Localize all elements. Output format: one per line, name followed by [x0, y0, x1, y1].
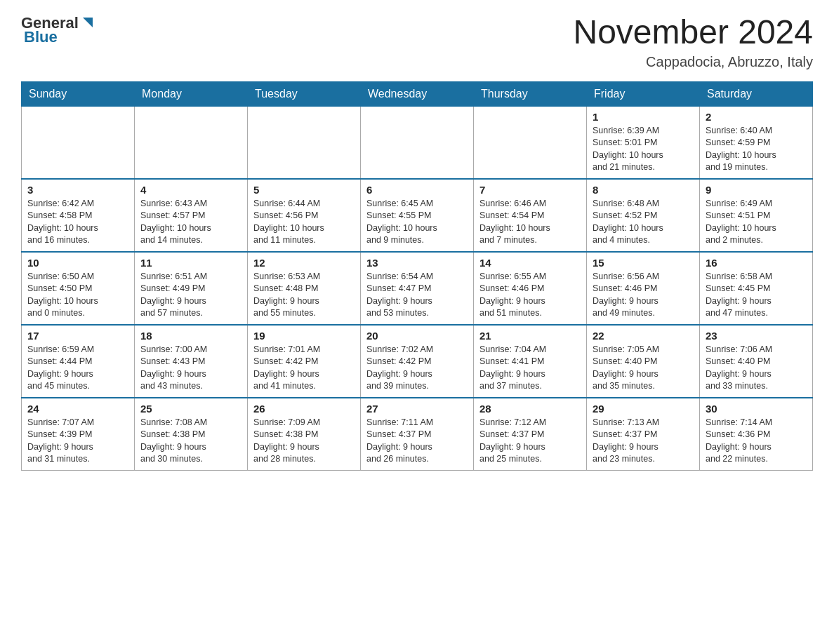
day-cell [135, 106, 248, 179]
day-sun-info: Sunrise: 6:53 AM Sunset: 4:48 PM Dayligh… [253, 271, 355, 320]
day-cell [474, 106, 587, 179]
day-cell: 9Sunrise: 6:49 AM Sunset: 4:51 PM Daylig… [700, 179, 813, 252]
day-sun-info: Sunrise: 6:58 AM Sunset: 4:45 PM Dayligh… [706, 271, 807, 320]
day-cell: 4Sunrise: 6:43 AM Sunset: 4:57 PM Daylig… [135, 179, 248, 252]
day-number: 23 [706, 330, 807, 342]
week-row-2: 3Sunrise: 6:42 AM Sunset: 4:58 PM Daylig… [22, 179, 813, 252]
day-cell: 1Sunrise: 6:39 AM Sunset: 5:01 PM Daylig… [587, 106, 700, 179]
day-cell: 27Sunrise: 7:11 AM Sunset: 4:37 PM Dayli… [361, 398, 474, 471]
day-number: 21 [479, 330, 581, 342]
day-number: 12 [253, 257, 355, 269]
header-sunday: Sunday [22, 81, 135, 106]
day-number: 27 [366, 403, 468, 415]
day-sun-info: Sunrise: 7:08 AM Sunset: 4:38 PM Dayligh… [140, 417, 241, 466]
day-cell: 29Sunrise: 7:13 AM Sunset: 4:37 PM Dayli… [587, 398, 700, 471]
day-sun-info: Sunrise: 6:49 AM Sunset: 4:51 PM Dayligh… [706, 198, 807, 247]
day-cell: 23Sunrise: 7:06 AM Sunset: 4:40 PM Dayli… [700, 325, 813, 398]
weekday-header-row: Sunday Monday Tuesday Wednesday Thursday… [22, 81, 813, 106]
day-number: 2 [706, 111, 807, 123]
day-cell: 11Sunrise: 6:51 AM Sunset: 4:49 PM Dayli… [135, 252, 248, 325]
day-cell: 20Sunrise: 7:02 AM Sunset: 4:42 PM Dayli… [361, 325, 474, 398]
day-cell: 7Sunrise: 6:46 AM Sunset: 4:54 PM Daylig… [474, 179, 587, 252]
day-number: 10 [27, 257, 128, 269]
day-sun-info: Sunrise: 6:51 AM Sunset: 4:49 PM Dayligh… [140, 271, 241, 320]
day-number: 3 [27, 184, 128, 196]
day-cell: 12Sunrise: 6:53 AM Sunset: 4:48 PM Dayli… [248, 252, 361, 325]
day-cell: 24Sunrise: 7:07 AM Sunset: 4:39 PM Dayli… [22, 398, 135, 471]
day-sun-info: Sunrise: 6:56 AM Sunset: 4:46 PM Dayligh… [593, 271, 694, 320]
day-number: 9 [706, 184, 807, 196]
day-cell: 3Sunrise: 6:42 AM Sunset: 4:58 PM Daylig… [22, 179, 135, 252]
day-sun-info: Sunrise: 6:54 AM Sunset: 4:47 PM Dayligh… [366, 271, 468, 320]
day-number: 19 [253, 330, 355, 342]
header-monday: Monday [135, 81, 248, 106]
day-sun-info: Sunrise: 6:42 AM Sunset: 4:58 PM Dayligh… [27, 198, 128, 247]
title-area: November 2024 Cappadocia, Abruzzo, Italy [573, 14, 813, 70]
day-cell [22, 106, 135, 179]
day-number: 28 [479, 403, 581, 415]
logo: General Blue [21, 14, 95, 46]
week-row-5: 24Sunrise: 7:07 AM Sunset: 4:39 PM Dayli… [22, 398, 813, 471]
day-cell: 25Sunrise: 7:08 AM Sunset: 4:38 PM Dayli… [135, 398, 248, 471]
day-sun-info: Sunrise: 7:14 AM Sunset: 4:36 PM Dayligh… [706, 417, 807, 466]
day-number: 25 [140, 403, 241, 415]
day-sun-info: Sunrise: 7:04 AM Sunset: 4:41 PM Dayligh… [479, 344, 581, 393]
header: General Blue November 2024 Cappadocia, A… [21, 14, 813, 70]
day-cell: 21Sunrise: 7:04 AM Sunset: 4:41 PM Dayli… [474, 325, 587, 398]
day-number: 30 [706, 403, 807, 415]
day-sun-info: Sunrise: 7:05 AM Sunset: 4:40 PM Dayligh… [593, 344, 694, 393]
header-friday: Friday [587, 81, 700, 106]
week-row-1: 1Sunrise: 6:39 AM Sunset: 5:01 PM Daylig… [22, 106, 813, 179]
day-sun-info: Sunrise: 7:13 AM Sunset: 4:37 PM Dayligh… [593, 417, 694, 466]
day-number: 5 [253, 184, 355, 196]
logo-triangle-icon [80, 15, 95, 30]
day-cell [361, 106, 474, 179]
day-sun-info: Sunrise: 7:11 AM Sunset: 4:37 PM Dayligh… [366, 417, 468, 466]
day-sun-info: Sunrise: 6:43 AM Sunset: 4:57 PM Dayligh… [140, 198, 241, 247]
day-number: 11 [140, 257, 241, 269]
day-cell: 26Sunrise: 7:09 AM Sunset: 4:38 PM Dayli… [248, 398, 361, 471]
week-row-4: 17Sunrise: 6:59 AM Sunset: 4:44 PM Dayli… [22, 325, 813, 398]
day-sun-info: Sunrise: 6:46 AM Sunset: 4:54 PM Dayligh… [479, 198, 581, 247]
day-sun-info: Sunrise: 7:12 AM Sunset: 4:37 PM Dayligh… [479, 417, 581, 466]
day-cell: 2Sunrise: 6:40 AM Sunset: 4:59 PM Daylig… [700, 106, 813, 179]
day-sun-info: Sunrise: 7:06 AM Sunset: 4:40 PM Dayligh… [706, 344, 807, 393]
day-sun-info: Sunrise: 6:40 AM Sunset: 4:59 PM Dayligh… [706, 125, 807, 174]
day-cell: 30Sunrise: 7:14 AM Sunset: 4:36 PM Dayli… [700, 398, 813, 471]
day-number: 24 [27, 403, 128, 415]
day-cell: 8Sunrise: 6:48 AM Sunset: 4:52 PM Daylig… [587, 179, 700, 252]
day-cell: 6Sunrise: 6:45 AM Sunset: 4:55 PM Daylig… [361, 179, 474, 252]
day-number: 16 [706, 257, 807, 269]
day-number: 18 [140, 330, 241, 342]
header-thursday: Thursday [474, 81, 587, 106]
day-cell: 15Sunrise: 6:56 AM Sunset: 4:46 PM Dayli… [587, 252, 700, 325]
header-saturday: Saturday [700, 81, 813, 106]
day-number: 17 [27, 330, 128, 342]
day-number: 22 [593, 330, 694, 342]
week-row-3: 10Sunrise: 6:50 AM Sunset: 4:50 PM Dayli… [22, 252, 813, 325]
day-cell: 18Sunrise: 7:00 AM Sunset: 4:43 PM Dayli… [135, 325, 248, 398]
day-cell: 22Sunrise: 7:05 AM Sunset: 4:40 PM Dayli… [587, 325, 700, 398]
day-number: 1 [593, 111, 694, 123]
day-sun-info: Sunrise: 7:07 AM Sunset: 4:39 PM Dayligh… [27, 417, 128, 466]
day-cell: 10Sunrise: 6:50 AM Sunset: 4:50 PM Dayli… [22, 252, 135, 325]
day-cell: 17Sunrise: 6:59 AM Sunset: 4:44 PM Dayli… [22, 325, 135, 398]
day-cell: 5Sunrise: 6:44 AM Sunset: 4:56 PM Daylig… [248, 179, 361, 252]
day-number: 20 [366, 330, 468, 342]
svg-marker-0 [83, 18, 93, 27]
day-cell: 28Sunrise: 7:12 AM Sunset: 4:37 PM Dayli… [474, 398, 587, 471]
day-number: 13 [366, 257, 468, 269]
day-sun-info: Sunrise: 6:48 AM Sunset: 4:52 PM Dayligh… [593, 198, 694, 247]
day-sun-info: Sunrise: 7:00 AM Sunset: 4:43 PM Dayligh… [140, 344, 241, 393]
day-sun-info: Sunrise: 6:45 AM Sunset: 4:55 PM Dayligh… [366, 198, 468, 247]
day-cell: 14Sunrise: 6:55 AM Sunset: 4:46 PM Dayli… [474, 252, 587, 325]
day-number: 26 [253, 403, 355, 415]
day-number: 8 [593, 184, 694, 196]
day-number: 7 [479, 184, 581, 196]
day-number: 15 [593, 257, 694, 269]
day-sun-info: Sunrise: 7:09 AM Sunset: 4:38 PM Dayligh… [253, 417, 355, 466]
day-sun-info: Sunrise: 6:44 AM Sunset: 4:56 PM Dayligh… [253, 198, 355, 247]
location-title: Cappadocia, Abruzzo, Italy [573, 54, 813, 70]
day-cell: 16Sunrise: 6:58 AM Sunset: 4:45 PM Dayli… [700, 252, 813, 325]
day-sun-info: Sunrise: 6:59 AM Sunset: 4:44 PM Dayligh… [27, 344, 128, 393]
